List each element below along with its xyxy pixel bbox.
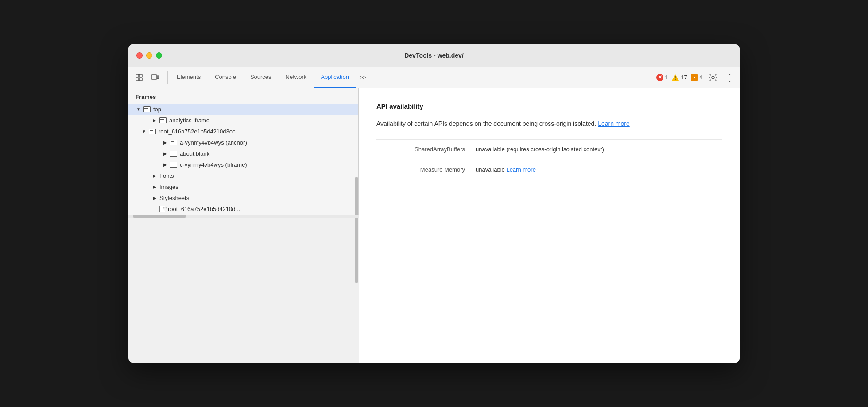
minimize-button[interactable] xyxy=(146,52,152,59)
doc-icon-root xyxy=(159,206,165,212)
sidebar: Frames ▼ top ▶ analytics-iframe ▼ xyxy=(128,88,359,215)
sidebar-item-anchor[interactable]: ▶ a-vynmy4vb4wys (anchor) xyxy=(128,137,358,148)
warning-count: 17 xyxy=(681,74,687,81)
sidebar-item-label-anchor: a-vynmy4vb4wys (anchor) xyxy=(180,139,247,146)
sidebar-item-label-root: root_616a752e1b5d4210d3ec xyxy=(159,128,236,135)
learn-more-link-memory[interactable]: Learn more xyxy=(506,166,535,173)
traffic-lights xyxy=(136,52,162,59)
title-bar: DevTools - web.dev/ xyxy=(128,44,740,67)
frame-icon-root xyxy=(149,129,156,134)
sidebar-wrapper: Frames ▼ top ▶ analytics-iframe ▼ xyxy=(128,88,359,363)
toolbar-right: ✕ 1 ! 17 ▪ 4 ⋮ xyxy=(656,70,736,85)
tab-network[interactable]: Network xyxy=(279,67,314,88)
error-count: 1 xyxy=(665,74,668,81)
error-badge[interactable]: ✕ 1 xyxy=(656,74,668,81)
maximize-button[interactable] xyxy=(156,52,162,59)
info-icon: ▪ xyxy=(691,74,698,81)
collapse-arrow-anchor: ▶ xyxy=(162,140,168,146)
info-count: 4 xyxy=(699,74,702,81)
sidebar-item-bframe[interactable]: ▶ c-vynmy4vb4wys (bframe) xyxy=(128,159,358,170)
tab-elements[interactable]: Elements xyxy=(170,67,208,88)
sidebar-item-fonts[interactable]: ▶ Fonts xyxy=(128,170,358,181)
api-value-shared: unavailable (requires cross-origin isola… xyxy=(476,145,722,154)
tabs: Elements Console Sources Network Applica… xyxy=(170,67,656,88)
content-area: API availability Availability of certain… xyxy=(359,88,740,363)
svg-rect-1 xyxy=(136,78,139,81)
svg-rect-5 xyxy=(157,76,159,79)
sidebar-item-top[interactable]: ▼ top xyxy=(128,104,358,115)
collapse-arrow-images: ▶ xyxy=(151,184,158,190)
device-toolbar-icon[interactable] xyxy=(148,70,162,85)
tab-console[interactable]: Console xyxy=(208,67,243,88)
sidebar-item-label-analytics: analytics-iframe xyxy=(169,117,209,124)
toolbar: Elements Console Sources Network Applica… xyxy=(128,67,740,88)
tab-application[interactable]: Application xyxy=(314,67,356,88)
svg-rect-3 xyxy=(140,78,142,81)
svg-text:!: ! xyxy=(675,76,676,81)
svg-rect-4 xyxy=(151,75,157,79)
api-value-memory: unavailable Learn more xyxy=(476,165,722,175)
api-label-memory: Measure Memory xyxy=(376,165,465,173)
content-intro: Availability of certain APIs depends on … xyxy=(376,119,722,129)
content-title: API availability xyxy=(376,102,722,110)
api-table: SharedArrayBuffers unavailable (requires… xyxy=(376,139,722,180)
devtools-window: DevTools - web.dev/ Elements xyxy=(128,44,740,363)
sidebar-scrollbar-thumb xyxy=(133,215,186,218)
frame-icon-anchor xyxy=(170,140,177,145)
collapse-arrow-stylesheets: ▶ xyxy=(151,195,158,201)
sidebar-horizontal-scrollbar[interactable] xyxy=(128,215,359,218)
api-value-memory-text: unavailable xyxy=(476,166,505,173)
info-badge[interactable]: ▪ 4 xyxy=(691,74,702,81)
inspect-icon[interactable] xyxy=(132,70,146,85)
collapse-arrow-root-doc xyxy=(151,206,158,212)
toolbar-left xyxy=(132,70,162,85)
api-row-measure-memory: Measure Memory unavailable Learn more xyxy=(376,160,722,180)
collapse-arrow-fonts: ▶ xyxy=(151,173,158,179)
sidebar-item-label-about: about:blank xyxy=(180,150,209,157)
svg-rect-0 xyxy=(136,74,139,77)
sidebar-item-label-images: Images xyxy=(159,184,178,190)
api-row-shared-array-buffers: SharedArrayBuffers unavailable (requires… xyxy=(376,139,722,160)
api-value-shared-text: unavailable (requires cross-origin isola… xyxy=(476,146,604,153)
sidebar-item-label-top: top xyxy=(153,106,161,113)
sidebar-item-about-blank[interactable]: ▶ about:blank xyxy=(128,148,358,159)
frame-icon-top xyxy=(143,106,151,112)
collapse-arrow-bframe: ▶ xyxy=(162,162,168,168)
close-button[interactable] xyxy=(136,52,143,59)
svg-point-8 xyxy=(712,76,714,79)
tab-sources[interactable]: Sources xyxy=(243,67,279,88)
main-area: Frames ▼ top ▶ analytics-iframe ▼ xyxy=(128,88,740,363)
sidebar-item-root[interactable]: ▼ root_616a752e1b5d4210d3ec xyxy=(128,126,358,137)
frame-icon-analytics xyxy=(159,117,167,123)
sidebar-item-analytics-iframe[interactable]: ▶ analytics-iframe xyxy=(128,115,358,126)
learn-more-link-intro[interactable]: Learn more xyxy=(598,120,630,127)
settings-icon[interactable] xyxy=(706,70,720,85)
sidebar-item-label-stylesheets: Stylesheets xyxy=(159,195,189,201)
frame-icon-about xyxy=(170,151,177,157)
api-label-shared: SharedArrayBuffers xyxy=(376,145,465,153)
window-title: DevTools - web.dev/ xyxy=(404,52,464,59)
tab-more[interactable]: >> xyxy=(356,67,370,88)
collapse-arrow-root: ▼ xyxy=(141,129,147,135)
sidebar-item-stylesheets[interactable]: ▶ Stylesheets xyxy=(128,192,358,204)
sidebar-item-root-doc[interactable]: root_616a752e1b5d4210d... xyxy=(128,204,358,215)
warning-icon: ! xyxy=(671,74,679,81)
sidebar-item-label-fonts: Fonts xyxy=(159,172,174,179)
warning-badge[interactable]: ! 17 xyxy=(671,74,687,81)
collapse-arrow-about: ▶ xyxy=(162,151,168,157)
intro-text: Availability of certain APIs depends on … xyxy=(376,120,596,127)
sidebar-item-images[interactable]: ▶ Images xyxy=(128,181,358,192)
more-options-icon[interactable]: ⋮ xyxy=(724,71,736,84)
collapse-arrow-top: ▼ xyxy=(136,106,142,113)
sidebar-item-label-bframe: c-vynmy4vb4wys (bframe) xyxy=(180,161,247,168)
error-icon: ✕ xyxy=(656,74,663,81)
frame-icon-bframe xyxy=(170,162,177,168)
sidebar-section-frames: Frames xyxy=(128,88,358,104)
sidebar-scrollbar[interactable] xyxy=(355,177,358,283)
sidebar-item-label-root-doc: root_616a752e1b5d4210d... xyxy=(168,206,240,212)
collapse-arrow-analytics: ▶ xyxy=(151,117,158,124)
svg-rect-2 xyxy=(140,74,142,77)
toolbar-divider xyxy=(167,71,168,84)
